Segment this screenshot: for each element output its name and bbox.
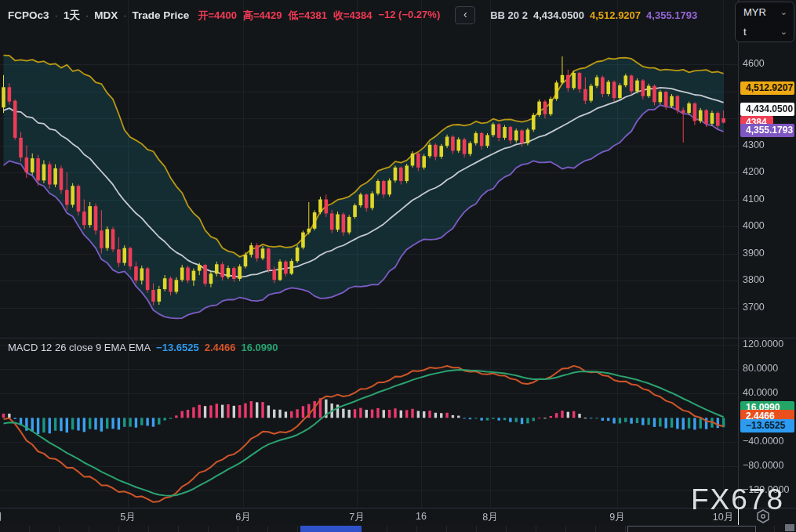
- bb-basis-badge: 4,434.0500: [740, 103, 794, 116]
- macd-hist-value: −13.6525: [156, 342, 199, 353]
- macd-signal-value: 16.0990: [241, 342, 278, 353]
- time-tick-label[interactable]: 8月: [482, 511, 497, 524]
- settings-gear-icon[interactable]: [755, 509, 771, 523]
- macd-hist-badge: −13.6525: [740, 419, 794, 432]
- time-tick-label[interactable]: 9月: [609, 511, 624, 524]
- price-tick-label: 4300: [743, 139, 765, 150]
- legend-separator: ·: [123, 9, 126, 21]
- chart-application: FCPOc3 · 1天 · MDX · Trade Price 开=4400高=…: [0, 0, 796, 532]
- macd-tick-label: 40.0000: [743, 387, 778, 398]
- price-tick-label: 3800: [743, 274, 765, 285]
- bb-lower-badge: 4,355.1793: [740, 124, 794, 137]
- time-tick-label[interactable]: 4月: [0, 511, 3, 524]
- time-tick-label[interactable]: 5月: [120, 511, 135, 524]
- chevron-down-icon: ⌄: [780, 27, 787, 37]
- pane-divider[interactable]: [0, 338, 796, 338]
- price-tick-label: 3900: [743, 248, 765, 259]
- macd-tick-label: 120.0000: [743, 338, 783, 349]
- macd-tick-label: −80.0000: [743, 460, 783, 471]
- chevron-down-icon: ⌄: [780, 7, 787, 17]
- macd-tick-label: −40.0000: [743, 436, 783, 447]
- chart-canvas[interactable]: [0, 0, 796, 532]
- bottom-scrollbar[interactable]: [0, 526, 796, 532]
- macd-line-value: 2.4466: [205, 342, 236, 353]
- time-axis-divider: [0, 508, 796, 508]
- bb-upper-value: 4,512.9207: [590, 9, 641, 21]
- scrollbar-highlight-segment[interactable]: [300, 526, 362, 532]
- price-tick-label: 4600: [743, 58, 765, 69]
- ohlc-item: 开=4400: [198, 9, 237, 23]
- time-tick-label[interactable]: 7月: [349, 511, 364, 524]
- symbol-name[interactable]: FCPOc3: [8, 9, 49, 21]
- macd-legend: MACD 12 26 close 9 EMA EMA −13.6525 2.44…: [8, 342, 278, 353]
- macd-tick-label: −120.0000: [743, 484, 789, 495]
- bb-upper-badge: 4,512.9207: [740, 81, 794, 95]
- scrollbar-range-box[interactable]: [627, 526, 756, 532]
- scrollbar-corner-handle[interactable]: [785, 524, 794, 531]
- time-tick-label[interactable]: 10月: [713, 511, 733, 524]
- unit-value: t: [743, 26, 747, 38]
- price-axis-border[interactable]: [738, 0, 739, 525]
- bb-lower-value: 4,355.1793: [646, 9, 697, 21]
- legend-separator: ·: [85, 9, 89, 21]
- legend-collapse-button[interactable]: ‹: [455, 6, 475, 24]
- legend-separator: ·: [55, 9, 58, 21]
- unit-dropdown[interactable]: t ⌄: [736, 22, 794, 42]
- price-tick-label: 3700: [743, 302, 765, 313]
- bb-basis-value: 4,434.0500: [533, 9, 584, 21]
- price-tick-label: 4100: [743, 194, 765, 204]
- macd-tick-label: 80.0000: [743, 363, 778, 374]
- time-tick-label[interactable]: 6月: [235, 511, 250, 524]
- bb-indicator-label[interactable]: BB 20 2: [490, 9, 528, 21]
- macd-indicator-label[interactable]: MACD 12 26 close 9 EMA EMA: [8, 342, 151, 353]
- interval-label[interactable]: 1天: [64, 9, 80, 23]
- ohlc-item: 高=4429: [243, 9, 282, 23]
- price-tick-label: 4000: [743, 220, 765, 231]
- series-type-label: Trade Price: [133, 9, 190, 21]
- axis-border-highlight: [738, 508, 739, 525]
- ohlc-item: −12 (−0.27%): [378, 9, 440, 23]
- exchange-label: MDX: [94, 9, 118, 21]
- main-legend: FCPOc3 · 1天 · MDX · Trade Price 开=4400高=…: [8, 6, 697, 24]
- currency-dropdown[interactable]: MYR ⌄: [736, 2, 794, 22]
- ohlc-values: 开=4400高=4429低=4381收=4384−12 (−0.27%): [198, 9, 440, 23]
- ohlc-item: 低=4381: [288, 9, 327, 23]
- ohlc-item: 收=4384: [333, 9, 373, 23]
- currency-unit-selector: MYR ⌄ t ⌄: [735, 2, 794, 42]
- price-tick-label: 4200: [743, 166, 765, 177]
- time-tick-label[interactable]: 16: [416, 511, 427, 522]
- currency-value: MYR: [743, 6, 766, 18]
